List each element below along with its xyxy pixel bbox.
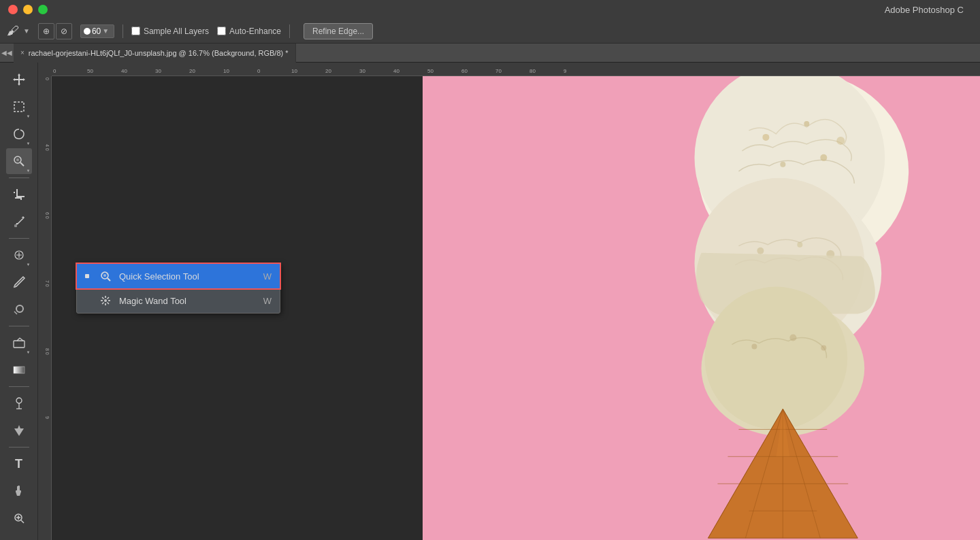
brush-size-value: 60 bbox=[92, 27, 101, 36]
svg-line-14 bbox=[21, 520, 24, 523]
ruler-v-tick: 9 bbox=[45, 416, 50, 419]
auto-enhance-label: Auto-Enhance bbox=[229, 27, 281, 36]
marquee-tool-button[interactable]: ▼ bbox=[6, 94, 32, 120]
svg-point-10 bbox=[16, 398, 22, 403]
svg-point-33 bbox=[789, 335, 796, 341]
brush-size-arrow[interactable]: ▼ bbox=[102, 27, 109, 35]
tab-filename: rachael-gorjestani-HLt6jQLf_J0-unsplash.… bbox=[29, 49, 289, 57]
type-tool-button[interactable]: T bbox=[6, 451, 32, 477]
pen-tool-button[interactable] bbox=[6, 418, 32, 443]
eraser-tool-button[interactable]: ▼ bbox=[6, 330, 32, 356]
sample-all-layers-input[interactable] bbox=[131, 27, 140, 35]
title-bar: Adobe Photoshop C bbox=[0, 0, 980, 19]
marquee-sub-arrow: ▼ bbox=[27, 114, 31, 118]
svg-point-20 bbox=[762, 134, 769, 141]
eyedropper-tool-button[interactable] bbox=[6, 209, 32, 235]
active-indicator bbox=[85, 274, 89, 278]
main-area: ▼ ▼ ▼ ▼ bbox=[0, 63, 980, 540]
brush-size-box[interactable]: 60 ▼ bbox=[80, 24, 114, 38]
tool-flyout-menu: Quick Selection Tool W bbox=[76, 263, 280, 314]
ruler-v-tick: 8 0 bbox=[45, 348, 50, 355]
svg-line-7 bbox=[14, 311, 17, 314]
separator-a bbox=[9, 178, 29, 178]
minimize-button[interactable] bbox=[23, 5, 33, 14]
vertical-ruler: 0 4 0 6 0 7 0 8 0 9 bbox=[38, 76, 52, 540]
quick-selection-shortcut: W bbox=[263, 271, 272, 282]
gradient-tool-button[interactable] bbox=[6, 357, 32, 383]
toolbar: ▼ ▼ ▼ ▼ bbox=[0, 63, 38, 540]
svg-line-55 bbox=[108, 297, 110, 299]
svg-rect-4 bbox=[14, 224, 17, 227]
maximize-button[interactable] bbox=[38, 5, 48, 14]
svg-point-24 bbox=[820, 154, 827, 161]
separator-1 bbox=[122, 24, 123, 38]
options-bar: 🖌 ▼ ⊕ ⊘ 60 ▼ Sample All Layers Auto-Enha… bbox=[0, 19, 980, 44]
healing-sub-arrow: ▼ bbox=[27, 263, 31, 267]
crop-tool-button[interactable] bbox=[6, 182, 32, 207]
quick-selection-label: Quick Selection Tool bbox=[119, 271, 257, 282]
ruler-v-tick: 0 bbox=[45, 78, 50, 80]
svg-point-22 bbox=[836, 137, 845, 145]
svg-point-6 bbox=[14, 286, 16, 288]
svg-point-31 bbox=[704, 287, 847, 430]
separator-b bbox=[9, 238, 29, 239]
active-tab[interactable]: × rachael-gorjestani-HLt6jQLf_J0-unsplas… bbox=[14, 44, 296, 63]
brush-icon: 🖌 bbox=[7, 24, 19, 38]
ruler-v-tick: 7 0 bbox=[45, 280, 50, 287]
ruler-corner bbox=[38, 63, 52, 76]
brush-mode-icons: ⊕ ⊘ bbox=[38, 23, 72, 39]
ruler-v-tick: 6 0 bbox=[45, 212, 50, 219]
auto-enhance-checkbox[interactable]: Auto-Enhance bbox=[217, 27, 281, 36]
svg-point-34 bbox=[821, 345, 826, 351]
dodge-tool-button[interactable] bbox=[6, 390, 32, 416]
close-button[interactable] bbox=[8, 5, 18, 14]
flyout-item-magic-wand[interactable]: Magic Wand Tool W bbox=[77, 288, 280, 313]
ruler-v-tick: 4 0 bbox=[45, 144, 50, 151]
canvas-area: 0 50 40 30 20 10 0 10 20 30 40 50 60 70 … bbox=[38, 63, 980, 540]
svg-rect-9 bbox=[14, 367, 24, 373]
brush-tool-button[interactable] bbox=[6, 269, 32, 295]
svg-point-28 bbox=[797, 242, 802, 248]
separator-d bbox=[9, 386, 29, 387]
separator-e bbox=[9, 447, 29, 448]
sample-all-layers-label: Sample All Layers bbox=[144, 27, 209, 36]
magic-wand-label: Magic Wand Tool bbox=[119, 296, 257, 306]
flyout-item-quick-selection[interactable]: Quick Selection Tool W bbox=[77, 264, 280, 288]
lasso-sub-arrow: ▼ bbox=[27, 141, 31, 146]
brush-subtract-icon[interactable]: ⊘ bbox=[56, 23, 72, 39]
move-tool-button[interactable] bbox=[6, 67, 32, 92]
horizontal-ruler: 0 50 40 30 20 10 0 10 20 30 40 50 60 70 … bbox=[52, 63, 980, 76]
svg-line-3 bbox=[20, 163, 24, 166]
magic-wand-shortcut: W bbox=[263, 296, 272, 306]
lasso-tool-button[interactable]: ▼ bbox=[6, 121, 32, 147]
tab-scroll-left[interactable]: ◀◀ bbox=[0, 44, 14, 63]
brush-preview-dot bbox=[84, 28, 91, 35]
clone-stamp-button[interactable] bbox=[6, 297, 32, 322]
svg-point-21 bbox=[804, 121, 809, 126]
tab-close-icon[interactable]: × bbox=[20, 49, 24, 56]
auto-enhance-input[interactable] bbox=[217, 27, 226, 35]
healing-brush-button[interactable]: ▼ bbox=[6, 242, 32, 268]
brush-add-icon[interactable]: ⊕ bbox=[38, 23, 54, 39]
separator-c bbox=[9, 326, 29, 326]
sample-all-layers-checkbox[interactable]: Sample All Layers bbox=[131, 27, 209, 36]
magic-wand-flyout-icon bbox=[99, 294, 112, 307]
svg-point-2 bbox=[16, 158, 19, 161]
svg-rect-8 bbox=[14, 341, 24, 348]
svg-point-27 bbox=[757, 248, 764, 254]
quick-selection-tool-button[interactable]: ▼ bbox=[6, 148, 32, 174]
app-title: Adobe Photoshop C bbox=[48, 5, 972, 15]
separator-2 bbox=[289, 24, 290, 38]
zoom-tool-button[interactable] bbox=[6, 505, 32, 531]
svg-line-56 bbox=[102, 303, 104, 305]
svg-point-48 bbox=[103, 274, 106, 277]
svg-point-57 bbox=[104, 299, 107, 302]
brush-tool-icon: 🖌 ▼ bbox=[7, 24, 30, 38]
ruler-v-ticks: 0 4 0 6 0 7 0 8 0 9 bbox=[38, 76, 51, 540]
photo-canvas[interactable] bbox=[423, 76, 980, 540]
quick-selection-flyout-icon bbox=[99, 269, 112, 283]
brush-dropdown-arrow[interactable]: ▼ bbox=[23, 27, 30, 35]
refine-edge-button[interactable]: Refine Edge... bbox=[304, 23, 373, 39]
hand-tool-button[interactable] bbox=[6, 478, 32, 504]
svg-point-32 bbox=[751, 344, 757, 350]
